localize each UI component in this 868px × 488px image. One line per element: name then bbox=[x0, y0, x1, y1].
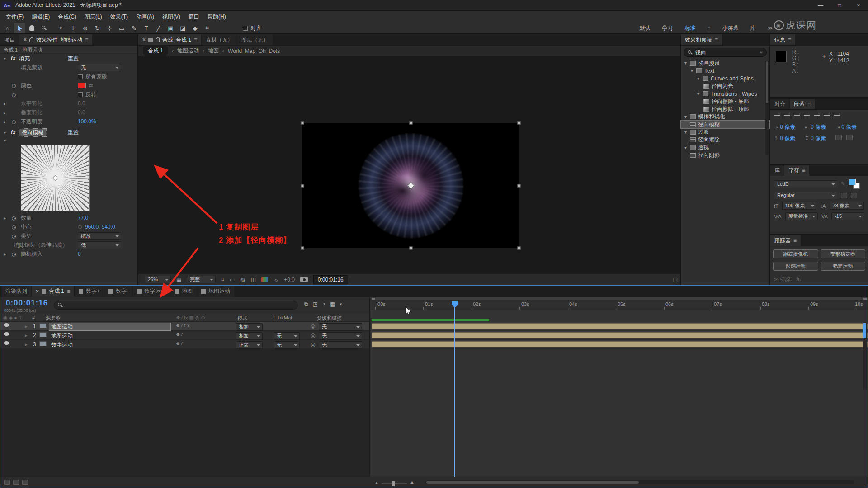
pen-tool[interactable]: ✎ bbox=[128, 23, 140, 33]
layer-switches[interactable]: ❖⁄fx bbox=[176, 323, 191, 328]
selection-handle[interactable] bbox=[518, 122, 521, 125]
parent-dropdown[interactable]: 无 bbox=[319, 323, 362, 331]
fill-mask-dropdown[interactable]: 无 bbox=[78, 64, 121, 71]
nav-crumb[interactable]: 地图运动 bbox=[177, 47, 199, 55]
align-left-icon[interactable] bbox=[774, 114, 780, 119]
snap-checkbox[interactable] bbox=[243, 26, 248, 31]
shape-tool[interactable]: ▭ bbox=[116, 23, 127, 33]
twirl-icon[interactable]: ▸ bbox=[4, 101, 6, 106]
eye-icon[interactable] bbox=[4, 341, 9, 345]
align-right-icon[interactable] bbox=[794, 114, 800, 119]
mask-visibility-icon[interactable]: ▭ bbox=[230, 277, 235, 283]
text-direction-button[interactable] bbox=[835, 135, 842, 140]
blend-mode-dropdown[interactable]: 正常 bbox=[236, 341, 263, 349]
all-masks-checkbox[interactable] bbox=[78, 74, 83, 79]
twirl-icon[interactable]: ▾ bbox=[4, 130, 6, 135]
reset-link[interactable]: 重置 bbox=[68, 55, 79, 62]
fx-icon[interactable]: fx bbox=[11, 55, 16, 61]
tab-comp-1[interactable]: × 合成 1 ≡ bbox=[32, 286, 74, 297]
frame-blending-icon[interactable]: ▦ bbox=[330, 301, 335, 307]
font-family-dropdown[interactable]: LcdD bbox=[774, 180, 837, 188]
layer-track[interactable] bbox=[371, 322, 868, 331]
track-motion-button[interactable]: 跟踪运动 bbox=[773, 262, 818, 271]
expand-transfer-controls-icon[interactable] bbox=[4, 480, 10, 485]
justify-last-center-icon[interactable] bbox=[814, 114, 820, 119]
snapshot-camera-icon[interactable] bbox=[300, 277, 308, 282]
panel-menu-icon[interactable]: ≡ bbox=[194, 37, 197, 43]
pan-camera-tool[interactable]: ✛ bbox=[67, 23, 79, 33]
zoom-tool[interactable] bbox=[38, 23, 50, 33]
menu-effect[interactable]: 效果(T) bbox=[106, 13, 132, 21]
pickwhip-icon[interactable]: ◎ bbox=[311, 341, 315, 347]
layer-switches[interactable]: ❖⁄ bbox=[176, 332, 184, 337]
clear-search-icon[interactable]: × bbox=[760, 49, 763, 56]
menu-composition[interactable]: 合成(C) bbox=[54, 13, 80, 21]
tab-paragraph[interactable]: 段落≡ bbox=[790, 99, 815, 109]
tab-align[interactable]: 对齐 bbox=[770, 99, 789, 109]
tab-project[interactable]: 项目 bbox=[0, 34, 19, 45]
twirl-icon[interactable]: ▸ bbox=[4, 110, 6, 115]
tab-composition[interactable]: × 合成 合成 1 ≡ bbox=[138, 34, 201, 45]
rotation-tool[interactable]: ↻ bbox=[92, 23, 103, 33]
brush-tool[interactable]: ╱ bbox=[153, 23, 164, 33]
twirl-icon[interactable]: ▾ bbox=[4, 138, 6, 143]
font-size-dropdown[interactable]: 109 像素 bbox=[782, 202, 816, 210]
center-value[interactable]: 960.0, 540.0 bbox=[85, 224, 115, 230]
layer-track[interactable] bbox=[371, 331, 868, 340]
kerning-dropdown[interactable]: 度量标准 bbox=[785, 212, 818, 220]
twirl-icon[interactable]: ▸ bbox=[25, 323, 28, 329]
stabilize-motion-button[interactable]: 稳定运动 bbox=[821, 262, 866, 271]
type-dropdown[interactable]: 缩放 bbox=[78, 232, 121, 240]
close-icon[interactable]: × bbox=[849, 0, 868, 10]
blend-mode-dropdown[interactable]: 相加 bbox=[236, 323, 263, 331]
menu-animation[interactable]: 动画(A) bbox=[132, 13, 158, 21]
mode-header[interactable]: 模式 bbox=[237, 315, 247, 322]
tab-effects-presets[interactable]: 效果和预设 ≡ bbox=[681, 34, 722, 45]
radial-blur-preview[interactable] bbox=[21, 145, 90, 211]
twirl-icon[interactable]: ▸ bbox=[4, 252, 6, 257]
transparency-grid-icon[interactable]: ▨ bbox=[240, 277, 245, 283]
tab-render-queue[interactable]: 渲染队列 bbox=[1, 286, 31, 297]
layer-row[interactable]: ▸ 3 数字运动 ❖⁄ 正常 无 ◎ 无 bbox=[0, 340, 369, 349]
radial-blur-preview-twirl[interactable]: ▾ bbox=[0, 137, 137, 143]
space-before-value[interactable]: 0 像素 bbox=[780, 135, 795, 142]
preset-item[interactable]: 径向闪光 bbox=[681, 82, 769, 90]
region-of-interest-icon[interactable]: ⌗ bbox=[221, 277, 224, 283]
space-after-value[interactable]: 0 像素 bbox=[811, 135, 826, 142]
crosshair-icon[interactable]: ⊕ bbox=[78, 224, 82, 230]
timeline-vertical-scrollbar[interactable] bbox=[863, 322, 867, 390]
menu-layer[interactable]: 图层(L) bbox=[80, 13, 106, 21]
twirl-icon[interactable]: ▸ bbox=[25, 332, 28, 338]
twirl-icon[interactable]: ▸ bbox=[25, 341, 28, 347]
layer-duration-bar[interactable] bbox=[372, 341, 868, 347]
selection-handle[interactable] bbox=[518, 247, 521, 250]
stopwatch-icon[interactable]: ◷ bbox=[12, 83, 16, 89]
panel-menu-icon[interactable]: ≡ bbox=[85, 37, 88, 43]
timeline-horizontal-scrollbar[interactable] bbox=[425, 480, 854, 484]
shy-layers-icon[interactable]: ◔ bbox=[322, 301, 326, 307]
tab-character[interactable]: 字符≡ bbox=[784, 165, 809, 176]
panel-menu-icon[interactable]: ≡ bbox=[67, 288, 70, 295]
pickwhip-icon[interactable]: ◎ bbox=[311, 323, 315, 329]
dolly-camera-tool[interactable]: ⊕ bbox=[80, 23, 91, 33]
preset-category[interactable]: ▾动画预设 bbox=[681, 59, 769, 67]
eye-icon[interactable] bbox=[4, 323, 9, 327]
mini-flowchart-icon[interactable]: ⧉ bbox=[304, 301, 308, 307]
eye-icon[interactable] bbox=[4, 332, 9, 336]
time-ruler[interactable]: :00s 01s 02s 03s 04s 05s 06s 07s 08s 09s… bbox=[371, 300, 868, 310]
justify-last-left-icon[interactable] bbox=[804, 114, 810, 119]
ruler-icon[interactable]: ◫ bbox=[251, 277, 256, 283]
trkmat-dropdown[interactable]: 无 bbox=[274, 341, 300, 349]
preset-item[interactable]: 径向擦除 - 顶部 bbox=[681, 105, 769, 113]
seed-value[interactable]: 0 bbox=[78, 251, 81, 257]
fill-color-swatch[interactable] bbox=[849, 179, 856, 185]
draft-3d-icon[interactable]: ◳ bbox=[313, 301, 318, 307]
puppet-tool[interactable]: ⌗ bbox=[202, 23, 213, 33]
tracking-dropdown[interactable]: -15 bbox=[831, 212, 864, 220]
eyedropper-icon[interactable]: ✎ bbox=[841, 181, 845, 187]
menu-view[interactable]: 视图(V) bbox=[158, 13, 184, 21]
home-tool[interactable]: ⌂ bbox=[2, 23, 13, 33]
text-color-swatches[interactable] bbox=[849, 179, 860, 189]
workspace-overflow-icon[interactable]: ≫ bbox=[767, 25, 773, 31]
panel-menu-icon[interactable]: ≡ bbox=[715, 37, 718, 43]
